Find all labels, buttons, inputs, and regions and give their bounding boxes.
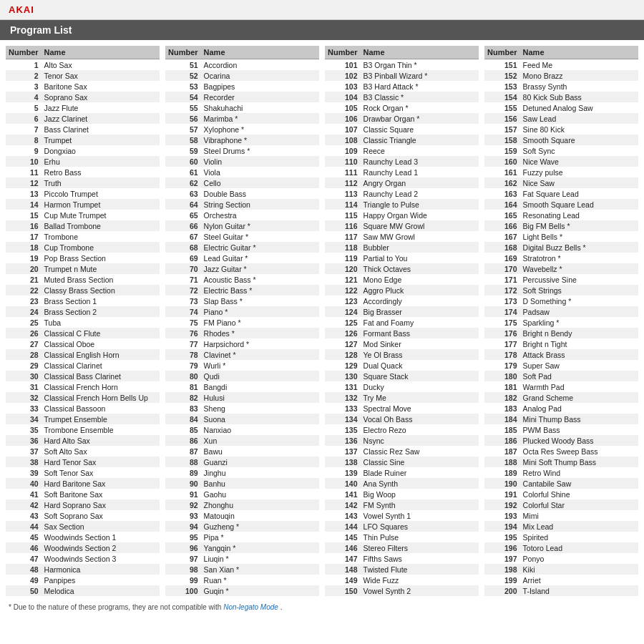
table-row: 163Fat Square Lead	[484, 188, 638, 199]
program-name: Ye Ol Brass	[361, 349, 479, 360]
table-row: 131Ducky	[325, 381, 479, 392]
program-list: NumberName1Alto Sax2Tenor Sax3Baritone S…	[0, 46, 644, 596]
program-number: 109	[325, 145, 361, 156]
program-name: Light Bells *	[520, 231, 638, 242]
program-name: Cello	[201, 177, 319, 188]
program-name: Jazz Flute	[42, 102, 160, 113]
table-row: 152Mono Brazz	[484, 70, 638, 81]
program-number: 2	[6, 70, 42, 81]
program-number: 155	[484, 102, 520, 113]
table-row: 124Big Brasser	[325, 306, 479, 317]
program-name: Fat and Foamy	[361, 317, 479, 328]
program-number: 38	[6, 457, 42, 467]
table-row: 64String Section	[165, 199, 319, 210]
program-number: 19	[6, 253, 42, 263]
program-name: Thin Pulse	[361, 532, 479, 542]
program-name: Tuba	[42, 317, 160, 328]
program-name: Square MW Growl	[361, 220, 479, 231]
table-row: 111Raunchy Lead 1	[325, 167, 479, 177]
program-name: Electric Bass *	[201, 285, 319, 296]
program-number: 108	[325, 135, 361, 145]
table-row: 68Electric Guitar *	[165, 242, 319, 253]
table-row: 146Stereo Filters	[325, 542, 479, 553]
program-number: 85	[165, 424, 201, 435]
table-row: 69Lead Guitar *	[165, 253, 319, 263]
program-number: 14	[6, 199, 42, 210]
program-name: Square Stack	[361, 371, 479, 381]
program-name: Mimi	[520, 510, 638, 521]
program-number: 171	[484, 274, 520, 285]
program-name: Classical Bass Clarinet	[42, 371, 160, 381]
table-row: 37Soft Alto Sax	[6, 446, 160, 457]
program-name: Classical Clarinet	[42, 360, 160, 371]
program-name: Soft Alto Sax	[42, 446, 160, 457]
table-row: 123Accordingly	[325, 296, 479, 306]
table-row: 86Xun	[165, 435, 319, 446]
program-name: Vowel Synth 1	[361, 510, 479, 521]
program-number: 67	[165, 231, 201, 242]
program-number: 147	[325, 553, 361, 564]
program-name: Raunchy Lead 3	[361, 156, 479, 167]
program-number: 51	[165, 59, 201, 71]
non-legato-link[interactable]: Non-legato Mode	[223, 603, 278, 611]
program-name: Pop Brass Section	[42, 253, 160, 263]
program-number: 191	[484, 489, 520, 499]
table-4: NumberName151Feed Me152Mono Brazz153Bras…	[484, 46, 638, 596]
table-row: 6Jazz Clarinet	[6, 113, 160, 124]
table-row: 49Panpipes	[6, 575, 160, 585]
program-name: Octa Res Sweep Bass	[520, 446, 638, 457]
table-row: 89Jinghu	[165, 467, 319, 478]
table-row: 67Steel Guitar *	[165, 231, 319, 242]
program-number: 129	[325, 360, 361, 371]
program-number: 102	[325, 70, 361, 81]
program-number: 5	[6, 102, 42, 113]
table-row: 2Tenor Sax	[6, 70, 160, 81]
table-row: 57Xylophone *	[165, 124, 319, 135]
program-name: Lead Guitar *	[201, 253, 319, 263]
program-number: 132	[325, 392, 361, 403]
table-row: 165Resonating Lead	[484, 210, 638, 220]
table-row: 164Smooth Square Lead	[484, 199, 638, 210]
program-name: Sparkling *	[520, 317, 638, 328]
program-name: Mono Edge	[361, 274, 479, 285]
program-name: Stereo Filters	[361, 542, 479, 553]
table-row: 62Cello	[165, 177, 319, 188]
program-number: 62	[165, 177, 201, 188]
table-row: 187Octa Res Sweep Bass	[484, 446, 638, 457]
program-name: Trumpet	[42, 135, 160, 145]
table-row: 182Grand Scheme	[484, 392, 638, 403]
program-number: 181	[484, 381, 520, 392]
table-row: 179Super Saw	[484, 360, 638, 371]
program-name: Classical Bassoon	[42, 403, 160, 414]
program-name: Big Woop	[361, 489, 479, 499]
table-row: 178Attack Brass	[484, 349, 638, 360]
program-number: 11	[6, 167, 42, 177]
program-number: 134	[325, 414, 361, 424]
program-name: Hard Baritone Sax	[42, 478, 160, 489]
program-number: 94	[165, 521, 201, 532]
program-number: 56	[165, 113, 201, 124]
program-name: Nice Wave	[520, 156, 638, 167]
program-name: Smooth Square Lead	[520, 199, 638, 210]
program-number: 34	[6, 414, 42, 424]
table-row: 109Reece	[325, 145, 479, 156]
program-number: 87	[165, 446, 201, 457]
program-number: 37	[6, 446, 42, 457]
program-number: 125	[325, 317, 361, 328]
table-row: 50Melodica	[6, 585, 160, 596]
program-name: Sheng	[201, 403, 319, 414]
program-number: 93	[165, 510, 201, 521]
table-row: 156Saw Lead	[484, 113, 638, 124]
table-row: 193Mimi	[484, 510, 638, 521]
table-row: 159Soft Sync	[484, 145, 638, 156]
program-number: 24	[6, 306, 42, 317]
program-number: 139	[325, 467, 361, 478]
program-name: Thick Octaves	[361, 263, 479, 274]
program-name: Liuqin *	[201, 553, 319, 564]
program-number: 6	[6, 113, 42, 124]
program-number: 159	[484, 145, 520, 156]
program-name: Soprano Sax	[42, 92, 160, 102]
program-name: Blade Ruiner	[361, 467, 479, 478]
program-name: Alto Sax	[42, 59, 160, 71]
table-row: 192Colorful Star	[484, 499, 638, 510]
